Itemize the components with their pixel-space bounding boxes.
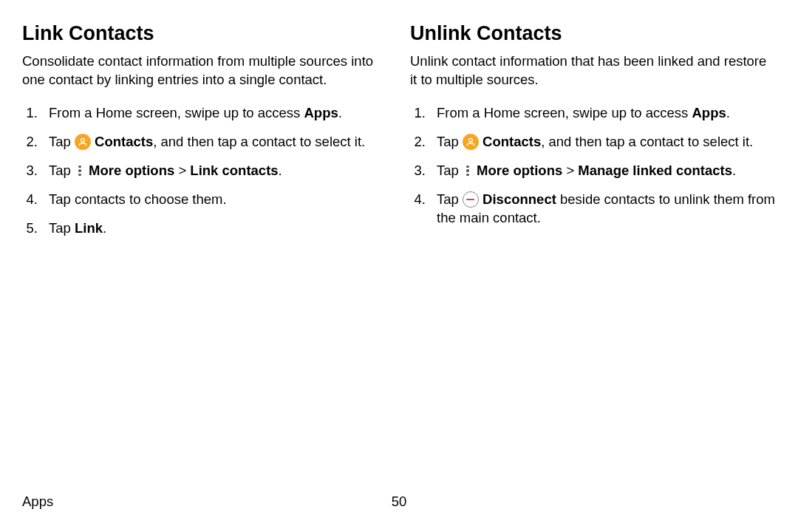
footer-section-label: Apps [22,494,53,510]
step-text: , and then tap a contact to select it. [153,134,365,149]
link-contacts-heading: Link Contacts [22,22,388,45]
step-text: > [562,163,578,178]
step-bold: Manage linked contacts [578,163,732,178]
step-text: > [174,163,190,178]
unlink-contacts-heading: Unlink Contacts [410,22,776,45]
step-text: . [732,163,736,178]
contacts-icon [75,134,91,150]
list-item: From a Home screen, swipe up to access A… [429,104,776,123]
link-intro: Consolidate contact information from mul… [22,52,388,89]
step-text: Tap [437,191,463,207]
list-item: Tap contacts to choose them. [41,191,388,209]
step-text: From a Home screen, swipe up to access [49,105,304,120]
svg-point-1 [469,138,473,142]
step-text: Tap [49,220,75,236]
step-bold: Contacts [479,134,541,149]
footer-page-number: 50 [392,494,407,510]
unlink-intro: Unlink contact information that has been… [410,52,776,89]
disconnect-icon [463,191,479,208]
list-item: Tap More options > Manage linked contact… [429,162,776,180]
link-steps: From a Home screen, swipe up to access A… [22,104,388,238]
step-bold: More options [85,163,174,178]
step-text: Tap [49,134,75,149]
contacts-icon [463,134,479,150]
step-bold: Link contacts [190,163,278,178]
step-text: Tap [437,134,463,149]
step-bold: Apps [304,105,338,120]
step-text: From a Home screen, swipe up to access [437,105,692,120]
step-text: , and then tap a contact to select it. [541,134,753,149]
more-options-icon [75,163,85,178]
step-bold: Disconnect [479,191,556,207]
step-text: . [726,105,730,120]
step-bold: Contacts [91,134,153,149]
list-item: Tap Link. [41,219,388,238]
list-item: Tap Disconnect beside contacts to unlink… [429,191,776,228]
list-item: From a Home screen, swipe up to access A… [41,104,388,123]
page-footer: Apps 50 [22,494,776,510]
list-item: Tap More options > Link contacts. [41,162,388,180]
step-text: Tap contacts to choose them. [49,191,227,207]
step-text: . [103,220,106,236]
unlink-steps: From a Home screen, swipe up to access A… [410,104,776,228]
step-bold: More options [473,163,562,178]
list-item: Tap Contacts, and then tap a contact to … [429,133,776,151]
more-options-icon [463,163,473,178]
svg-point-0 [81,138,85,142]
step-bold: Link [75,220,103,236]
right-column: Unlink Contacts Unlink contact informati… [410,22,776,248]
left-column: Link Contacts Consolidate contact inform… [22,22,388,248]
step-text: . [279,163,282,178]
step-text: Tap [437,163,463,178]
step-bold: Apps [692,105,726,120]
list-item: Tap Contacts, and then tap a contact to … [41,133,388,151]
step-text: . [338,105,342,120]
step-text: Tap [49,163,75,178]
